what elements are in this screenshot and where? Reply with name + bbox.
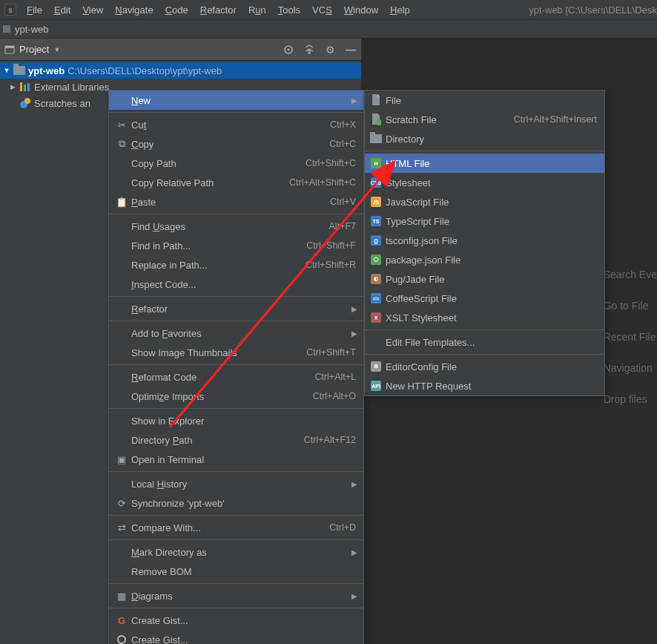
new-item[interactable]: {}tsconfig.json File: [365, 231, 604, 250]
ctx-item[interactable]: ⇄Compare With...Ctrl+D: [109, 518, 363, 537]
project-panel-header[interactable]: Project ▼ ⚙ —: [0, 39, 361, 61]
minimize-icon[interactable]: —: [345, 44, 357, 56]
ctx-item[interactable]: Find UsagesAlt+F7: [109, 217, 363, 236]
new-item[interactable]: ⬡package.json File: [365, 250, 604, 269]
new-item-label: Stylesheet: [384, 177, 597, 188]
new-item[interactable]: APINew HTTP Request: [365, 376, 604, 395]
menu-edit[interactable]: Edit: [48, 1, 76, 19]
submenu-arrow-icon: ▶: [351, 305, 357, 313]
new-item[interactable]: File: [365, 91, 604, 110]
new-item[interactable]: CSSStylesheet: [365, 173, 604, 192]
ctx-item[interactable]: Optimize ImportsCtrl+Alt+O: [109, 387, 363, 406]
ctx-item[interactable]: Mark Directory as▶: [109, 542, 363, 562]
ctx-shortcut: Alt+F7: [329, 221, 356, 231]
new-item[interactable]: JSJavaScript File: [365, 192, 604, 211]
locate-icon[interactable]: [283, 44, 294, 56]
ctx-item[interactable]: Create Gist...: [109, 630, 363, 644]
menu-code[interactable]: Code: [159, 1, 194, 19]
menu-help[interactable]: Help: [384, 1, 416, 19]
new-item[interactable]: XXSLT Stylesheet: [365, 308, 604, 327]
ctx-label: Copy: [130, 139, 329, 150]
ctx-item[interactable]: Directory PathCtrl+Alt+F12: [109, 430, 363, 450]
new-item[interactable]: HHTML File: [365, 154, 604, 173]
menu-view[interactable]: View: [76, 1, 109, 19]
ctx-item[interactable]: ⟳Synchronize 'ypt-web': [109, 493, 363, 513]
new-item[interactable]: <>CoffeeScript File: [365, 289, 604, 308]
new-item[interactable]: TSTypeScript File: [365, 211, 604, 231]
ctx-label: Copy Path: [130, 158, 306, 169]
new-item[interactable]: Directory: [365, 129, 604, 148]
ctx-label: Show in Explorer: [130, 415, 356, 427]
ctx-label: Diagrams: [130, 591, 356, 602]
tree-root-name: ypt-web: [28, 65, 65, 76]
ctx-label: Replace in Path...: [130, 260, 306, 271]
ctx-item[interactable]: Inspect Code...: [109, 275, 363, 294]
menu-tools[interactable]: Tools: [272, 1, 306, 19]
ctx-item[interactable]: ⧉CopyCtrl+C: [109, 134, 363, 154]
new-item-label: TypeScript File: [384, 216, 597, 227]
ctx-label: Mark Directory as: [130, 547, 356, 558]
ctx-shortcut: Ctrl+Shift+R: [306, 260, 356, 270]
paste-icon: 📋: [113, 197, 130, 208]
new-item-label: Edit File Templates...: [384, 337, 597, 348]
hint-gotofile: Go to File: [604, 300, 657, 312]
ctx-label: Reformat Code: [130, 372, 314, 383]
tree-root[interactable]: ▼ ypt-web C:\Users\DELL\Desktop\ypt\ypt-…: [0, 62, 361, 79]
ctx-item[interactable]: Refactor▶: [109, 299, 363, 318]
menu-run[interactable]: Run: [242, 1, 272, 19]
new-item-label: JavaScript File: [384, 197, 597, 208]
ctx-shortcut: Ctrl+Alt+L: [314, 372, 356, 382]
menu-vcs[interactable]: VCS: [306, 1, 338, 19]
new-item[interactable]: ◐Pug/Jade File: [365, 269, 604, 289]
new-item-shortcut: Ctrl+Alt+Shift+Insert: [514, 114, 597, 125]
ctx-item[interactable]: Copy Relative PathCtrl+Alt+Shift+C: [109, 173, 363, 192]
js-icon: JS: [368, 197, 384, 207]
ctx-item[interactable]: ▦Diagrams▶: [109, 586, 363, 605]
expand-arrow-icon[interactable]: ▶: [9, 83, 16, 91]
new-item[interactable]: Scratch FileCtrl+Alt+Shift+Insert: [365, 110, 604, 129]
ctx-label: Synchronize 'ypt-web': [130, 498, 356, 509]
new-item-label: EditorConfig File: [384, 361, 597, 372]
project-panel-title: Project: [19, 44, 49, 55]
menu-navigate[interactable]: Navigate: [109, 1, 159, 19]
new-item-label: Scratch File: [384, 114, 514, 125]
new-submenu[interactable]: FileScratch FileCtrl+Alt+Shift+InsertDir…: [364, 90, 605, 396]
ctx-item[interactable]: Show in Explorer: [109, 411, 363, 430]
ctx-item[interactable]: Add to Favorites▶: [109, 323, 363, 343]
menu-refactor[interactable]: Refactor: [194, 1, 242, 19]
ctx-item[interactable]: Show Image ThumbnailsCtrl+Shift+T: [109, 343, 363, 362]
new-item[interactable]: Edit File Templates...: [365, 332, 604, 352]
menu-window[interactable]: Window: [338, 1, 384, 19]
app-logo: s: [4, 4, 16, 16]
submenu-arrow-icon: ▶: [351, 548, 357, 556]
ctx-item[interactable]: Remove BOM: [109, 562, 363, 581]
copy-icon: ⧉: [113, 138, 130, 150]
ctx-label: Open in Terminal: [130, 454, 356, 465]
ctx-item[interactable]: New▶: [109, 91, 363, 110]
ctx-item[interactable]: Reformat CodeCtrl+Alt+L: [109, 367, 363, 387]
ctx-item[interactable]: 📋PasteCtrl+V: [109, 192, 363, 211]
ctx-item[interactable]: Replace in Path...Ctrl+Shift+R: [109, 255, 363, 275]
ctx-shortcut: Ctrl+Shift+T: [306, 347, 356, 358]
context-menu[interactable]: New▶✂CutCtrl+X⧉CopyCtrl+CCopy PathCtrl+S…: [108, 90, 364, 644]
ctx-label: Add to Favorites: [130, 328, 356, 339]
ctx-item[interactable]: Copy PathCtrl+Shift+C: [109, 154, 363, 173]
ctx-label: Paste: [130, 197, 330, 208]
new-item[interactable]: ⚙EditorConfig File: [365, 357, 604, 376]
expand-arrow-icon[interactable]: ▼: [3, 67, 10, 74]
scratches-icon: [20, 98, 30, 108]
ctx-shortcut: Ctrl+Alt+F12: [304, 435, 356, 445]
ctx-item[interactable]: Find in Path...Ctrl+Shift+F: [109, 236, 363, 255]
new-item-label: Pug/Jade File: [384, 274, 597, 285]
menu-file[interactable]: File: [21, 1, 48, 19]
ctx-item[interactable]: ✂CutCtrl+X: [109, 115, 363, 134]
ts-icon: TS: [368, 216, 384, 226]
collapse-all-icon[interactable]: [303, 44, 315, 56]
gear-icon[interactable]: ⚙: [324, 44, 336, 56]
ctx-item[interactable]: GCreate Gist...: [109, 611, 363, 630]
ctx-item[interactable]: Local History▶: [109, 474, 363, 493]
ctx-item[interactable]: ▣Open in Terminal: [109, 450, 363, 469]
pug-icon: ◐: [368, 274, 384, 284]
submenu-arrow-icon: ▶: [351, 592, 357, 600]
ctx-label: Optimize Imports: [130, 391, 313, 402]
